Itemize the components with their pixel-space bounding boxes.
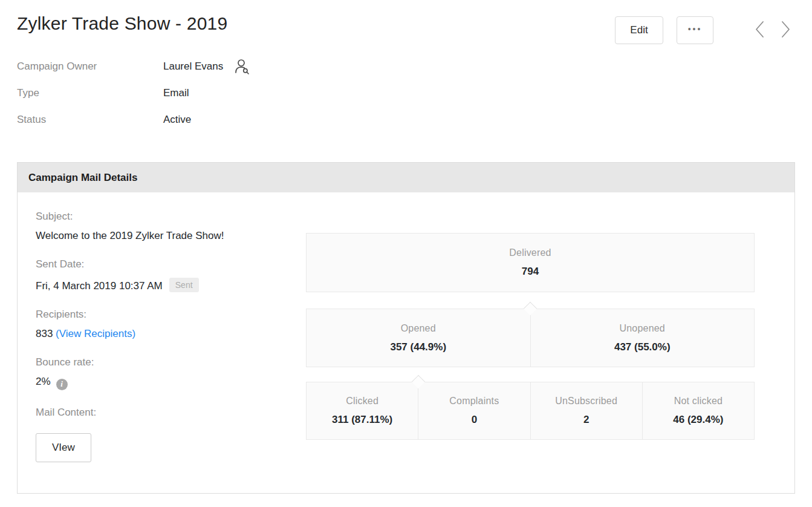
record-navigation bbox=[747, 20, 798, 41]
sent-date-group: Sent Date: Fri, 4 March 2019 10:37 AMSen… bbox=[36, 258, 296, 292]
bounce-rate-group: Bounce rate: 2%i bbox=[36, 356, 296, 390]
delivered-value: 794 bbox=[522, 266, 539, 278]
campaign-mail-details-card: Campaign Mail Details Subject: Welcome t… bbox=[17, 162, 795, 494]
section-title: Campaign Mail Details bbox=[28, 172, 137, 184]
unsubscribed-cell: UnSubscribed 2 bbox=[530, 382, 642, 439]
mail-info-column: Subject: Welcome to the 2019 Zylker Trad… bbox=[36, 211, 296, 479]
mail-stats-funnel: Delivered 794 Opened 357 (44.9%) Unopene… bbox=[306, 233, 755, 440]
delivered-cell: Delivered 794 bbox=[307, 234, 754, 292]
opened-row: Opened 357 (44.9%) Unopened 437 (55.0%) bbox=[306, 309, 755, 367]
type-label: Type bbox=[17, 87, 163, 99]
clicked-row: Clicked 311 (87.11%) Complaints 0 UnSubs… bbox=[306, 382, 755, 440]
not-clicked-value: 46 (29.4%) bbox=[673, 414, 723, 426]
campaign-owner-value: Laurel Evans bbox=[163, 61, 223, 73]
field-campaign-owner: Campaign Owner Laurel Evans bbox=[17, 57, 251, 76]
chevron-right-icon bbox=[779, 20, 792, 41]
mail-content-group: Mail Content: VIew bbox=[36, 407, 296, 462]
mail-content-label: Mail Content: bbox=[36, 407, 296, 419]
recipients-count: 833 bbox=[36, 328, 53, 339]
clicked-cell: Clicked 311 (87.11%) bbox=[307, 382, 418, 439]
section-header: Campaign Mail Details bbox=[18, 163, 794, 192]
view-mail-content-button[interactable]: VIew bbox=[36, 433, 91, 462]
recipients-group: Recipients: 833 (View Recipients) bbox=[36, 309, 296, 340]
subject-group: Subject: Welcome to the 2019 Zylker Trad… bbox=[36, 211, 296, 242]
campaign-summary-fields: Campaign Owner Laurel Evans Type Email S… bbox=[17, 57, 251, 137]
clicked-value: 311 (87.11%) bbox=[332, 414, 392, 426]
field-status: Status Active bbox=[17, 111, 251, 129]
complaints-label: Complaints bbox=[449, 396, 499, 407]
unsubscribed-label: UnSubscribed bbox=[555, 396, 617, 407]
delivered-box: Delivered 794 bbox=[306, 233, 755, 292]
opened-label: Opened bbox=[401, 323, 436, 334]
unopened-value: 437 (55.0%) bbox=[614, 341, 671, 353]
unsubscribed-value: 2 bbox=[583, 414, 589, 426]
user-lookup-icon[interactable] bbox=[233, 57, 251, 76]
previous-record-button[interactable] bbox=[747, 20, 773, 41]
more-actions-button[interactable]: ••• bbox=[677, 16, 713, 44]
not-clicked-cell: Not clicked 46 (29.4%) bbox=[642, 382, 754, 439]
next-record-button[interactable] bbox=[773, 20, 798, 41]
subject-label: Subject: bbox=[36, 211, 296, 223]
unopened-cell: Unopened 437 (55.0%) bbox=[530, 309, 755, 367]
sent-status-badge: Sent bbox=[169, 278, 199, 292]
edit-button[interactable]: Edit bbox=[615, 16, 663, 44]
view-recipients-link[interactable]: (View Recipients) bbox=[56, 328, 135, 339]
chevron-left-icon bbox=[753, 20, 767, 41]
recipients-label: Recipients: bbox=[36, 309, 296, 321]
campaign-owner-label: Campaign Owner bbox=[17, 61, 163, 73]
page-title: Zylker Trade Show - 2019 bbox=[17, 13, 227, 34]
sent-date-label: Sent Date: bbox=[36, 258, 296, 270]
info-icon[interactable]: i bbox=[56, 379, 68, 390]
clicked-label: Clicked bbox=[346, 396, 378, 407]
bounce-rate-label: Bounce rate: bbox=[36, 356, 296, 368]
not-clicked-label: Not clicked bbox=[674, 396, 723, 407]
section-body: Subject: Welcome to the 2019 Zylker Trad… bbox=[18, 192, 794, 494]
opened-value: 357 (44.9%) bbox=[390, 341, 446, 353]
bounce-rate-value: 2% bbox=[36, 376, 51, 387]
header-actions: Edit ••• bbox=[615, 16, 798, 44]
status-label: Status bbox=[17, 114, 163, 126]
subject-value: Welcome to the 2019 Zylker Trade Show! bbox=[36, 230, 296, 242]
complaints-cell: Complaints 0 bbox=[418, 382, 530, 439]
sent-date-value: Fri, 4 March 2019 10:37 AM bbox=[36, 280, 163, 292]
ellipsis-icon: ••• bbox=[688, 24, 703, 34]
status-value: Active bbox=[163, 114, 191, 126]
unopened-label: Unopened bbox=[620, 323, 665, 334]
delivered-label: Delivered bbox=[509, 247, 551, 258]
complaints-value: 0 bbox=[472, 414, 477, 426]
field-type: Type Email bbox=[17, 84, 251, 102]
type-value: Email bbox=[163, 87, 189, 99]
opened-cell: Opened 357 (44.9%) bbox=[307, 309, 530, 367]
